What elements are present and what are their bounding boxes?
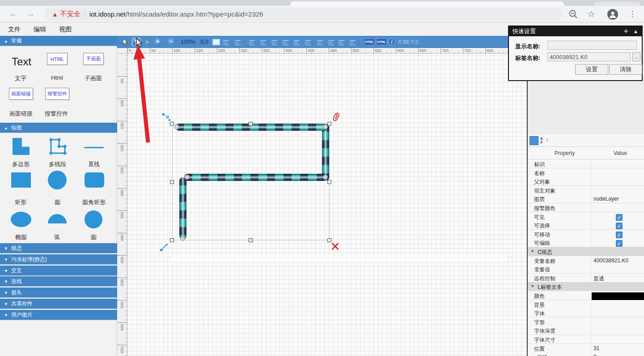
- section-header-general[interactable]: ▲常规: [0, 36, 117, 46]
- shape-polyline-icon[interactable]: [47, 136, 68, 159]
- property-row-变量名称[interactable]: 变量名称400038921.K0: [528, 256, 644, 265]
- widget-html[interactable]: HTML: [47, 53, 68, 65]
- security-warning-label[interactable]: 不安全: [60, 10, 80, 18]
- sort-alphabetical-icon[interactable]: AZ↓: [540, 136, 549, 145]
- line-tool-icon[interactable]: [160, 243, 169, 253]
- browser-back-button[interactable]: ←: [6, 7, 20, 21]
- property-row-x偏移[interactable]: x偏移0: [528, 352, 644, 356]
- select-tool-button[interactable]: [121, 38, 130, 46]
- canvas-settings-button[interactable]: [212, 38, 220, 46]
- shape-rounded-rect-icon[interactable]: [85, 172, 104, 188]
- property-row-变量值[interactable]: 变量值: [528, 265, 644, 274]
- pipe-segment-middle-horizontal[interactable]: [184, 174, 327, 181]
- browser-active-tab[interactable]: [290, 1, 564, 6]
- resize-handle-top-middle[interactable]: [249, 122, 253, 126]
- run-preview-button[interactable]: [143, 38, 152, 46]
- property-value[interactable]: [591, 319, 644, 326]
- categorized-view-icon[interactable]: [530, 136, 538, 145]
- property-row-父对象[interactable]: 父对象: [528, 177, 644, 186]
- property-row-背景[interactable]: 背景: [528, 300, 644, 309]
- collapse-panel-icon[interactable]: ▲: [633, 28, 638, 35]
- property-row-位置[interactable]: 位置31: [528, 344, 644, 353]
- property-row-可见[interactable]: 可见✓: [528, 212, 644, 221]
- property-value[interactable]: [591, 187, 644, 195]
- widget-subscreen[interactable]: 子画面: [83, 53, 104, 65]
- property-row-名称[interactable]: 名称: [528, 168, 644, 177]
- property-section-L标签文本[interactable]: ▼L标签文本: [528, 282, 644, 291]
- save-button[interactable]: [132, 38, 141, 46]
- shape-ellipse-icon[interactable]: [11, 212, 31, 227]
- property-value[interactable]: 普通: [591, 275, 644, 283]
- section-header-collapsed[interactable]: ▼连线: [0, 276, 117, 287]
- property-value[interactable]: ✓: [591, 214, 644, 221]
- property-value[interactable]: [591, 292, 644, 300]
- section-header-collapsed[interactable]: ▼组态: [0, 243, 117, 253]
- menu-edit[interactable]: 编辑: [31, 22, 49, 36]
- property-row-报警颜色[interactable]: 报警颜色: [528, 203, 644, 212]
- property-row-标识[interactable]: 标识: [528, 159, 644, 168]
- checkbox-checked-icon[interactable]: ✓: [616, 214, 623, 221]
- resize-handle-bottom-right[interactable]: [327, 238, 331, 242]
- browser-menu-icon[interactable]: ⋮: [627, 9, 638, 20]
- pipe-joint[interactable]: [174, 124, 179, 129]
- resize-handle-middle-right[interactable]: [327, 180, 331, 184]
- resize-handle-bottom-left[interactable]: [170, 238, 174, 242]
- display-name-input[interactable]: [547, 41, 637, 50]
- property-value[interactable]: ✓: [591, 231, 644, 239]
- clear-button[interactable]: 清除: [609, 64, 642, 75]
- property-row-图层[interactable]: 图层nodeLayer: [528, 194, 644, 203]
- property-section-C组态[interactable]: ▼C组态: [528, 247, 644, 256]
- browse-tag-button[interactable]: ...: [632, 52, 640, 61]
- property-value[interactable]: ✓: [591, 222, 644, 230]
- shape-line-icon[interactable]: [84, 147, 104, 148]
- section-header-draw[interactable]: ▲绘图: [0, 123, 117, 133]
- property-value[interactable]: [591, 336, 644, 344]
- property-row-可编辑[interactable]: 可编辑✓: [528, 238, 644, 247]
- property-row-宿主对象[interactable]: 宿主对象: [528, 186, 644, 195]
- quick-settings-titlebar[interactable]: 快速设置 ✛ ▲: [509, 26, 642, 36]
- resize-handle-middle-left[interactable]: [170, 180, 174, 184]
- widget-text[interactable]: Text: [12, 56, 31, 68]
- delete-x-icon[interactable]: [331, 242, 339, 250]
- property-row-颜色[interactable]: 颜色: [528, 291, 644, 300]
- bookmark-star-icon[interactable]: ☆: [586, 9, 597, 20]
- property-value[interactable]: [591, 301, 644, 309]
- property-row-字形[interactable]: 字形: [528, 317, 644, 326]
- property-row-远程控制[interactable]: 远程控制普通: [528, 274, 644, 283]
- property-value[interactable]: [591, 178, 644, 186]
- zoom-out-button[interactable]: −: [167, 38, 176, 46]
- checkbox-checked-icon[interactable]: ✓: [616, 240, 623, 247]
- property-value[interactable]: 0: [591, 354, 644, 356]
- design-canvas[interactable]: [127, 54, 527, 356]
- shape-circle2-icon[interactable]: [85, 210, 102, 228]
- tag-name-input[interactable]: [547, 52, 631, 61]
- resize-handle-bottom-middle[interactable]: [249, 238, 253, 242]
- browser-forward-button[interactable]: →: [24, 7, 37, 21]
- section-expand-icon[interactable]: ▼: [530, 249, 534, 253]
- zoom-in-button[interactable]: +: [153, 38, 162, 46]
- property-value[interactable]: [591, 310, 644, 317]
- property-value[interactable]: nodeLayer: [591, 196, 644, 203]
- html-source-button[interactable]: HTML: [364, 39, 375, 45]
- property-value[interactable]: [591, 327, 644, 335]
- pipe-segment-left-vertical[interactable]: [179, 177, 186, 240]
- property-value[interactable]: [591, 170, 644, 177]
- pipe-segment-right-vertical[interactable]: [322, 124, 329, 181]
- widget-screen-link[interactable]: 画面链接: [9, 88, 33, 100]
- property-value[interactable]: [591, 161, 644, 168]
- dock-panel-icon[interactable]: ✛: [623, 28, 629, 34]
- property-row-字体尺寸[interactable]: 字体尺寸: [528, 335, 644, 344]
- property-value[interactable]: [591, 266, 644, 274]
- property-value[interactable]: [591, 205, 644, 212]
- pipe-joint[interactable]: [185, 175, 190, 180]
- checkbox-checked-icon[interactable]: ✓: [616, 223, 623, 229]
- property-value[interactable]: 31: [591, 345, 644, 353]
- shape-rect-icon[interactable]: [11, 172, 31, 188]
- menu-file[interactable]: 文件: [5, 22, 23, 36]
- widget-alarm-control[interactable]: 报警控件: [45, 88, 69, 100]
- edit-points-icon[interactable]: [162, 113, 171, 124]
- pipe-joint[interactable]: [323, 175, 328, 180]
- info-button[interactable]: i: [388, 38, 395, 45]
- section-header-collapsed[interactable]: ▼用户图片: [0, 310, 117, 320]
- section-expand-icon[interactable]: ▼: [530, 284, 534, 288]
